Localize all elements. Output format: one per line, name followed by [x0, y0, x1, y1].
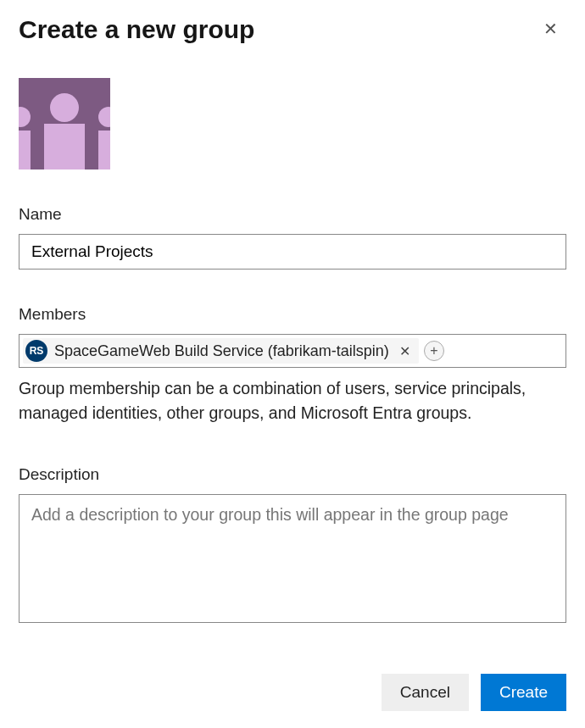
close-icon: ✕ — [543, 19, 558, 38]
plus-icon: + — [430, 344, 437, 358]
create-button[interactable]: Create — [481, 674, 566, 711]
cancel-button[interactable]: Cancel — [382, 674, 469, 711]
close-button[interactable]: ✕ — [535, 15, 566, 42]
description-input[interactable] — [19, 494, 566, 623]
remove-member-button[interactable]: ✕ — [396, 343, 414, 359]
member-chip: RS SpaceGameWeb Build Service (fabrikam-… — [23, 338, 419, 364]
member-chip-label: SpaceGameWeb Build Service (fabrikam-tai… — [54, 342, 389, 360]
name-input[interactable] — [19, 234, 566, 270]
close-icon: ✕ — [399, 344, 410, 358]
members-field: Members RS SpaceGameWeb Build Service (f… — [19, 305, 566, 368]
dialog-header: Create a new group ✕ — [19, 15, 566, 44]
add-member-button[interactable]: + — [424, 341, 444, 361]
name-label: Name — [19, 205, 566, 224]
members-label: Members — [19, 305, 566, 324]
group-avatar-image — [19, 78, 110, 169]
dialog-footer: Cancel Create — [382, 674, 566, 711]
members-help-text: Group membership can be a combination of… — [19, 376, 566, 426]
dialog-title: Create a new group — [19, 15, 254, 44]
name-field: Name — [19, 205, 566, 270]
description-label: Description — [19, 465, 566, 484]
avatar: RS — [25, 340, 47, 362]
members-input[interactable]: RS SpaceGameWeb Build Service (fabrikam-… — [19, 334, 566, 368]
description-field: Description — [19, 465, 566, 626]
